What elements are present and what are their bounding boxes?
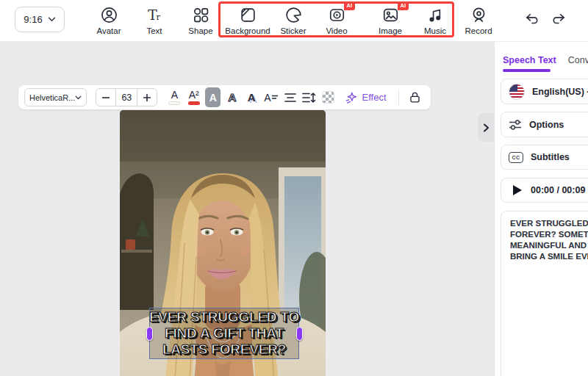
- tool-text[interactable]: T r Text: [134, 5, 175, 35]
- history-controls: [523, 12, 567, 29]
- selection-handle-right[interactable]: [296, 327, 303, 341]
- subtitles-button[interactable]: CC Subtitles: [501, 145, 588, 170]
- font-size-stepper: 63: [96, 88, 157, 106]
- undo-button[interactable]: [523, 12, 541, 29]
- fill-color-icon: A: [209, 93, 217, 103]
- shape-icon: [191, 5, 211, 25]
- tab-conversation[interactable]: Convers: [568, 55, 588, 65]
- editor-workspace: EVER STRUGGLED TO FIND A GIFT THAT LASTS…: [0, 42, 494, 376]
- caption-line: EVER STRUGGLED TO: [149, 309, 299, 325]
- video-icon: AI: [327, 5, 347, 25]
- tool-shape[interactable]: Shape: [180, 5, 221, 35]
- speech-text-line: BRING A SMILE EVERY: [510, 251, 588, 262]
- aspect-ratio-value: 9:16: [24, 14, 42, 25]
- tool-label: Avatar: [96, 26, 121, 35]
- align-center-button[interactable]: [282, 87, 298, 107]
- app-window: 9:16 Avatar T r Text: [0, 0, 588, 376]
- text-outline-button[interactable]: A: [224, 87, 240, 107]
- image-icon: AI: [381, 5, 401, 25]
- collapse-chevron-icon: [483, 123, 490, 132]
- effect-label: Effect: [362, 92, 387, 103]
- redo-button[interactable]: [550, 12, 567, 29]
- effect-button[interactable]: Effect: [340, 87, 390, 107]
- tool-label: Record: [465, 26, 492, 35]
- plus-icon: [143, 94, 151, 101]
- subtitles-label: Subtitles: [531, 152, 570, 162]
- speech-text-input[interactable]: EVER STRUGGLED TO FOREVER? SOMETHIN MEAN…: [501, 211, 588, 376]
- align-center-icon: [284, 93, 297, 103]
- font-family-value: HelveticaR...: [29, 93, 75, 102]
- background-icon: [238, 5, 258, 25]
- undo-icon: [524, 12, 540, 27]
- redo-icon: [551, 12, 567, 27]
- chevron-down-icon: [48, 17, 56, 22]
- aspect-ratio-select[interactable]: 9:16: [15, 7, 65, 32]
- spacing-lines-icon: [272, 94, 278, 101]
- audio-preview-player[interactable]: 00:00 / 00:09: [501, 178, 588, 203]
- font-size-decrease-button[interactable]: [96, 88, 116, 106]
- subtitles-cc-icon: CC: [509, 152, 523, 163]
- font-size-value[interactable]: 63: [116, 88, 137, 106]
- transparency-icon: [322, 91, 334, 104]
- outline-icon: A: [229, 91, 237, 104]
- tab-speech-text[interactable]: Speech Text: [503, 55, 556, 65]
- speech-text-line: EVER STRUGGLED TO: [510, 218, 588, 229]
- panel-tabs: Speech Text Convers: [503, 55, 588, 65]
- ai-badge: AI: [344, 1, 354, 10]
- transparency-button[interactable]: [320, 87, 336, 107]
- options-sliders-icon: [509, 119, 522, 131]
- speech-text-line: MEANINGFUL AND TI: [510, 240, 588, 251]
- caption-line: LASTS FOREVER?: [162, 341, 286, 358]
- font-size-increase-button[interactable]: [137, 88, 157, 106]
- lock-icon: [408, 90, 422, 104]
- tool-sticker[interactable]: Sticker: [273, 5, 314, 35]
- play-icon: [513, 185, 522, 195]
- font-color-button[interactable]: A: [167, 87, 182, 107]
- tool-label: Video: [326, 26, 347, 35]
- tool-image[interactable]: AI Image: [370, 5, 411, 35]
- font-family-select[interactable]: HelveticaR...: [24, 88, 87, 106]
- options-label: Options: [529, 120, 564, 130]
- voice-language-value: English(US) - Av: [532, 87, 588, 97]
- tool-record[interactable]: Record: [458, 5, 499, 35]
- tool-label: Sticker: [280, 26, 306, 35]
- chevron-down-icon: [75, 95, 82, 100]
- tool-label: Shape: [188, 26, 212, 35]
- spacing-icon: A: [264, 93, 270, 103]
- sticker-icon: [284, 5, 304, 25]
- minus-icon: [102, 97, 110, 98]
- us-flag-icon: [509, 84, 525, 100]
- highlight-color-icon: A²: [189, 90, 199, 100]
- text-format-toolbar: HelveticaR... 63 A A² A A: [18, 85, 431, 109]
- lock-button[interactable]: [407, 87, 423, 107]
- playback-time: 00:00 / 00:09: [531, 185, 585, 195]
- voice-language-select[interactable]: English(US) - Av: [501, 79, 588, 104]
- tool-label: Text: [146, 26, 162, 35]
- svg-text:r: r: [156, 12, 160, 22]
- music-icon: [426, 5, 445, 25]
- highlight-color-button[interactable]: A²: [186, 87, 201, 107]
- tool-video[interactable]: AI Video: [316, 5, 357, 35]
- options-button[interactable]: Options: [501, 112, 588, 137]
- text-icon: T r: [145, 5, 165, 25]
- panel-collapse-button[interactable]: [478, 113, 494, 142]
- shadow-icon: A: [248, 91, 256, 104]
- toolbar-divider: [398, 90, 399, 105]
- line-height-icon: [302, 92, 316, 104]
- text-spacing-button[interactable]: A: [263, 87, 279, 107]
- tool-avatar[interactable]: Avatar: [88, 5, 129, 35]
- caption-text-element[interactable]: EVER STRUGGLED TO FIND A GIFT THAT LASTS…: [149, 308, 299, 359]
- selection-handle-left[interactable]: [146, 327, 153, 341]
- avatar-icon: [99, 5, 119, 25]
- tool-background[interactable]: Background: [222, 5, 273, 35]
- tool-music[interactable]: Music: [415, 5, 456, 35]
- top-toolbar: 9:16 Avatar T r Text: [0, 0, 588, 42]
- effect-sparkle-icon: [344, 90, 359, 105]
- line-height-button[interactable]: [301, 87, 317, 107]
- active-tab-underline: [503, 69, 551, 72]
- fill-color-button[interactable]: A: [205, 87, 220, 107]
- tool-label: Image: [379, 26, 402, 35]
- ai-badge: AI: [398, 1, 408, 10]
- speech-panel: Speech Text Convers English(US) - Av Opt…: [494, 42, 588, 376]
- text-shadow-button[interactable]: A: [244, 87, 259, 107]
